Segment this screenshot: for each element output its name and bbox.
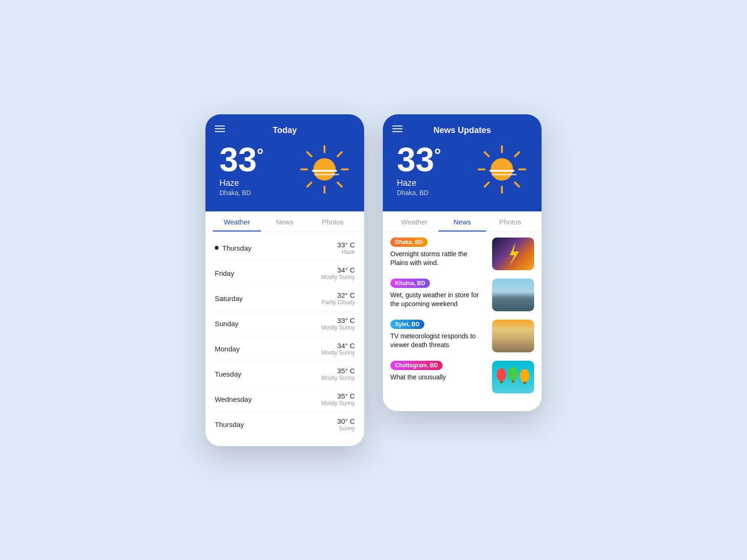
temp-block: 33° Haze Dhaka, BD [219, 143, 264, 196]
menu-icon[interactable] [392, 126, 402, 132]
weather-info: 33° Haze Dhaka, BD [215, 143, 355, 196]
svg-point-27 [520, 369, 529, 382]
storm-image [492, 238, 534, 270]
app-container: Today 33° Haze Dhaka, BD [205, 114, 542, 446]
list-item[interactable]: Sylet, BD TV meteorologist responds to v… [390, 320, 534, 352]
temperature: 33° [397, 143, 441, 176]
list-item[interactable]: Chottogram, BD What the unusually [390, 361, 534, 393]
tab-weather[interactable]: Weather [390, 211, 438, 231]
svg-line-15 [485, 152, 489, 156]
sun-icon [299, 144, 350, 195]
temperature: 33° [219, 143, 264, 176]
svg-line-5 [338, 182, 342, 187]
temp-block: 33° Haze Dhaka, BD [397, 143, 441, 196]
svg-line-16 [515, 182, 519, 187]
table-row: Friday 34° CMostly Sunny [215, 261, 355, 286]
svg-line-4 [307, 152, 311, 156]
news-badge: Khulna, BD [390, 279, 430, 288]
weather-info: 33° Haze Dhaka, BD [392, 143, 532, 196]
news-image [492, 238, 534, 270]
news-list: Dhaka, BD Overnight storms rattle the Pl… [383, 232, 542, 411]
sun-icon [476, 144, 528, 195]
news-title: TV meteorologist responds to viewer deat… [390, 332, 486, 350]
weather-header: Today 33° Haze Dhaka, BD [205, 114, 364, 211]
news-image [492, 279, 534, 311]
svg-line-7 [307, 182, 311, 187]
tab-news[interactable]: News [438, 211, 486, 231]
list-item[interactable]: Khulna, BD Wet, gusty weather in store f… [390, 279, 534, 311]
tab-photos[interactable]: Photos [486, 211, 534, 231]
tab-news[interactable]: News [261, 211, 309, 231]
svg-line-17 [515, 152, 519, 156]
news-badge: Sylet, BD [390, 320, 424, 329]
table-row: Sunday 33° CMostly Sunny [215, 311, 355, 336]
header-top: News Updates [392, 126, 532, 135]
svg-point-25 [508, 367, 518, 381]
tab-weather[interactable]: Weather [213, 211, 261, 231]
news-title: Overnight storms rattle the Plains with … [390, 250, 486, 268]
table-row: Wednesday 35° CMostly Sunny [215, 387, 355, 412]
table-row: Monday 34° CMostly Sunny [215, 336, 355, 362]
news-content: Chottogram, BD What the unusually [390, 361, 486, 382]
menu-icon[interactable] [215, 126, 225, 132]
tab-bar: Weather News Photos [205, 211, 364, 232]
table-row: Tuesday 35° CMostly Sunny [215, 362, 355, 387]
news-title: What the unusually [390, 373, 486, 382]
list-item[interactable]: Dhaka, BD Overnight storms rattle the Pl… [390, 238, 534, 270]
svg-point-8 [313, 158, 336, 181]
svg-line-6 [338, 152, 342, 156]
news-badge: Dhaka, BD [390, 238, 428, 247]
weather-location: Dhaka, BD [397, 189, 441, 196]
news-content: Dhaka, BD Overnight storms rattle the Pl… [390, 238, 486, 268]
news-badge: Chottogram, BD [390, 361, 443, 370]
svg-marker-22 [509, 242, 519, 266]
news-header: News Updates 33° Haze Dhaka, BD [383, 114, 542, 211]
news-image [492, 361, 534, 393]
svg-point-23 [497, 368, 506, 381]
tab-photos[interactable]: Photos [309, 211, 357, 231]
table-row: Thursday 33° CHaze [215, 236, 355, 261]
svg-rect-28 [523, 382, 526, 384]
fog-image [492, 320, 534, 352]
news-image [492, 320, 534, 352]
table-row: Saturday 32° CPartly Cloudy [215, 286, 355, 311]
svg-rect-24 [500, 381, 503, 383]
mountain-image [492, 279, 534, 311]
page-title: News Updates [433, 126, 491, 135]
active-dot [215, 246, 218, 250]
weather-location: Dhaka, BD [219, 189, 264, 196]
lightning-icon [492, 238, 534, 270]
weather-condition: Haze [219, 178, 264, 188]
svg-rect-26 [512, 380, 514, 383]
news-title: Wet, gusty weather in store for the upco… [390, 291, 486, 309]
header-top: Today [215, 126, 355, 135]
forecast-list: Thursday 33° CHaze Friday 34° CMostly Su… [205, 232, 364, 446]
phone-news: News Updates 33° Haze Dhaka, BD [383, 114, 542, 411]
balloon-image [492, 361, 534, 393]
tab-bar: Weather News Photos [383, 211, 542, 232]
news-content: Khulna, BD Wet, gusty weather in store f… [390, 279, 486, 309]
table-row: Thursday 30° CSunny [215, 412, 355, 437]
page-title: Today [273, 126, 297, 135]
svg-point-19 [491, 158, 513, 181]
news-content: Sylet, BD TV meteorologist responds to v… [390, 320, 486, 350]
svg-line-18 [485, 182, 489, 187]
phone-weather: Today 33° Haze Dhaka, BD [205, 114, 364, 446]
balloon-icon [492, 361, 534, 393]
weather-condition: Haze [397, 178, 441, 188]
